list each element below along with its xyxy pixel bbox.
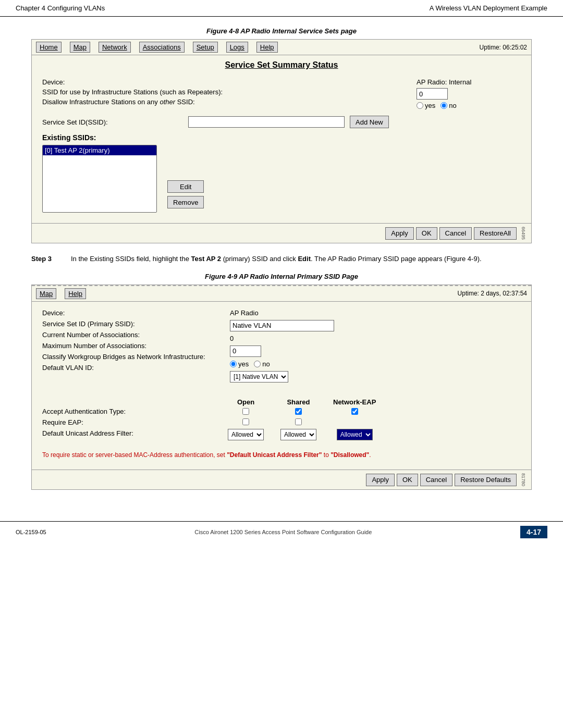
ssid-infra-label: SSID for use by Infrastructure Stations … [42,88,417,96]
col-neap-header: Network-EAP [325,397,384,407]
vlan-label: Default VLAN ID: [42,364,94,372]
current-assoc-label: Current Number of Associations: [42,331,140,339]
step3-para: Step 3 In the Existing SSIDs field, high… [31,254,532,264]
unicast-filter-label: Default Unicast Address Filter: [42,429,133,437]
figure9-labels: Device: Service Set ID (Primary SSID): C… [42,309,219,386]
nav-home[interactable]: Home [36,42,62,53]
ssid9-label: Service Set ID (Primary SSID): [42,320,135,328]
apply-button-f8[interactable]: Apply [385,227,414,240]
nav-map[interactable]: Map [70,42,90,53]
uptime9-display: Uptime: 2 days, 02:37:54 [458,290,527,297]
side-number-f8: 66495 [521,227,526,240]
filter-open-select[interactable]: Allowed [228,429,264,440]
listbox-item-0[interactable]: [0] Test AP 2(primary) [43,145,156,155]
figure9-body: Device: Service Set ID (Primary SSID): C… [32,304,531,470]
vlan-row: Default VLAN ID: [42,364,219,372]
ssid9-input-row [230,320,521,331]
auth-open-check[interactable] [242,408,249,415]
vlan-select-row: [1] Native VLAN [230,371,521,382]
nav-help[interactable]: Help [256,42,278,53]
warning-text: To require static or server-based MAC-Ad… [42,451,521,460]
classify-no-label[interactable]: no [254,360,270,368]
step3-text: In the Existing SSIDs field, highlight t… [71,254,532,264]
classify-label: Classify Workgroup Bridges as Network In… [42,353,205,361]
figure8-bottom-bar: Apply OK Cancel RestoreAll 66495 [32,223,531,243]
device-value: AP Radio: Internal [417,78,521,86]
cancel-button-f8[interactable]: Cancel [439,227,472,240]
nav-setup[interactable]: Setup [193,42,218,53]
auth-layout: Accept Authentication Type: Require EAP:… [42,393,521,446]
device9-row: Device: [42,309,219,317]
listbox-section: [0] Test AP 2(primary) Edit Remove [42,145,521,213]
auth-type-row [219,407,384,417]
figure9-label: Figure 4-9 AP Radio Internal Primary SSI… [31,273,532,280]
classify-row: Classify Workgroup Bridges as Network In… [42,353,219,361]
classify-radio-row: yes no [230,360,521,368]
unicast-filter-label-row: Default Unicast Address Filter: [42,429,219,437]
add-new-button[interactable]: Add New [350,116,389,128]
require-eap-label-row: Require EAP: [42,418,219,426]
disallow-no-radio[interactable] [440,102,447,109]
auth-section: Accept Authentication Type: Require EAP:… [42,393,521,446]
edit-button[interactable]: Edit [167,180,204,193]
auth-shared-check[interactable] [295,408,302,415]
filter-shared-select[interactable]: Allowed [280,429,316,440]
footer-left: OL-2159-05 [16,529,46,535]
auth-values: Open Shared Network-EAP [219,393,521,446]
nav-logs[interactable]: Logs [226,42,248,53]
device-row: Device: SSID for use by Infrastructure S… [42,78,521,109]
nav-associations[interactable]: Associations [139,42,185,53]
page-footer: OL-2159-05 Cisco Aironet 1200 Series Acc… [0,521,563,542]
max-assoc-value-row [230,346,521,357]
disallow-radio-group: yes no [417,102,521,109]
filter-neap-select[interactable]: Allowed [337,429,373,440]
max-assoc-row: Maximum Number of Associations: [42,342,219,350]
listbox-container: [0] Test AP 2(primary) [42,145,157,213]
ssid-id-label: Service Set ID(SSID): [42,118,188,126]
page-number: 4-17 [520,526,547,538]
apply-button-f9[interactable]: Apply [366,474,395,486]
disallow-no-label[interactable]: no [440,102,456,109]
require-eap-label: Require EAP: [42,418,83,426]
figure9-panel: Map Help Uptime: 2 days, 02:37:54 Device… [31,285,532,490]
ok-button-f9[interactable]: OK [397,474,418,486]
require-eap-row [219,417,384,428]
step3-label: Step 3 [31,254,63,264]
figure9-values: AP Radio 0 yes [230,309,521,386]
figure9-main: Device: Service Set ID (Primary SSID): C… [42,309,521,386]
ssid-id-input[interactable] [188,116,345,128]
col-open-header: Open [219,397,272,407]
max-assoc-input[interactable] [230,346,261,357]
disallow-yes-label[interactable]: yes [417,102,435,109]
restore-button-f9[interactable]: Restore Defaults [455,474,517,486]
classify-no-radio[interactable] [254,361,261,367]
main-content: Figure 4-8 AP Radio Internal Service Set… [0,17,563,511]
eap-open-check[interactable] [242,418,249,425]
classify-yes-radio[interactable] [230,361,237,367]
vlan-select[interactable]: [1] Native VLAN [230,371,288,382]
auth-type-label-row: Accept Authentication Type: [42,408,219,415]
ssid9-row: Service Set ID (Primary SSID): [42,320,219,328]
ssid-listbox[interactable]: [0] Test AP 2(primary) [42,145,157,213]
nav9-help[interactable]: Help [65,288,86,299]
disallow-yes-radio[interactable] [417,102,423,109]
restore-button-f8[interactable]: RestoreAll [474,227,517,240]
figure8-title: Service Set Summary Status [32,55,531,73]
nav9-map[interactable]: Map [36,288,56,299]
ssid-input-row: Service Set ID(SSID): Add New [42,116,521,128]
unicast-filter-row: Allowed Allowed [219,428,384,441]
ssid-infra-input[interactable] [417,88,448,100]
current-assoc-value: 0 [230,335,234,342]
auth-neap-check[interactable] [351,408,358,415]
nav-network[interactable]: Network [99,42,131,53]
auth-table: Open Shared Network-EAP [219,397,384,441]
ssid9-input[interactable] [230,320,334,331]
uptime-display: Uptime: 06:25:02 [480,44,527,51]
remove-button[interactable]: Remove [167,196,204,208]
device-label: Device: [42,78,417,86]
classify-yes-label[interactable]: yes [230,360,249,368]
figure9-navbar: Map Help Uptime: 2 days, 02:37:54 [32,285,531,302]
eap-shared-check[interactable] [295,418,302,425]
ok-button-f8[interactable]: OK [416,227,437,240]
cancel-button-f9[interactable]: Cancel [420,474,452,486]
